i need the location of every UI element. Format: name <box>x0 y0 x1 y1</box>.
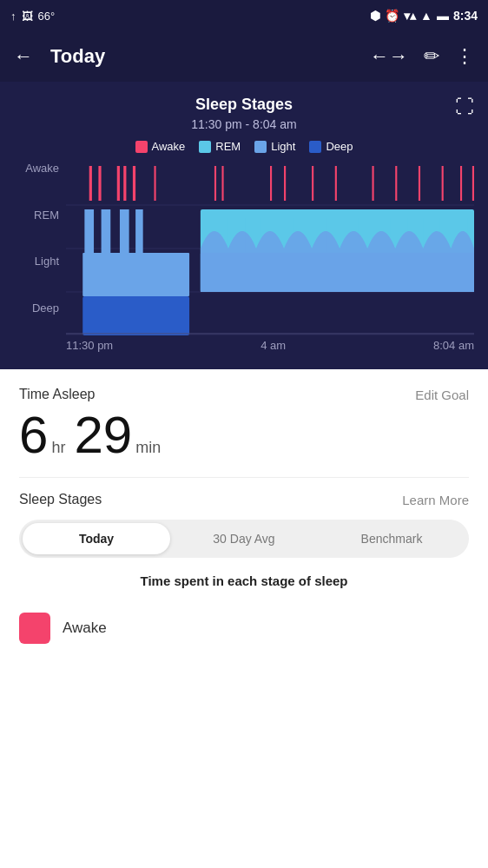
awake-label: Awake <box>152 140 186 153</box>
chart-title: Sleep Stages <box>14 96 474 114</box>
temperature-label: 66° <box>38 10 56 23</box>
svg-rect-7 <box>123 166 126 201</box>
sleep-stages-title: Sleep Stages <box>19 492 102 507</box>
time-spent-subtitle: Time spent in each stage of sleep <box>19 573 469 588</box>
deep-color-swatch <box>309 141 321 153</box>
status-bar: ↑ 🖼 66° ⬢ ⏰ ▾▴ ▲ ▬ 8:34 <box>0 0 488 31</box>
hours-value: 6 <box>19 409 48 461</box>
nav-icons: ←→ ✏ ⋮ <box>370 45 474 68</box>
chart-section: Sleep Stages 11:30 pm - 8:04 am ⛶ Awake … <box>0 82 488 369</box>
time-asleep-section: Time Asleep Edit Goal 6 hr 29 min <box>0 369 488 477</box>
chart-area: Awake REM Light Deep <box>14 162 474 335</box>
svg-rect-17 <box>395 166 397 201</box>
share-icon[interactable]: ←→ <box>370 45 408 68</box>
tab-30day[interactable]: 30 Day Avg <box>170 523 318 554</box>
fullscreen-button[interactable]: ⛶ <box>455 96 474 118</box>
clock-time: 8:34 <box>453 9 478 23</box>
light-label: Light <box>271 140 295 153</box>
arrow-up-icon: ↑ <box>10 10 16 23</box>
svg-rect-27 <box>135 209 143 253</box>
svg-rect-22 <box>82 296 189 335</box>
rem-label: REM <box>215 140 241 153</box>
top-nav: ← Today ←→ ✏ ⋮ <box>0 31 488 82</box>
x-label-start: 11:30 pm <box>66 339 113 352</box>
chart-x-axis: 11:30 pm 4 am 8:04 am <box>14 339 474 352</box>
svg-rect-23 <box>82 253 189 296</box>
svg-rect-4 <box>89 166 92 201</box>
learn-more-button[interactable]: Learn More <box>402 493 469 507</box>
y-label-rem: REM <box>14 209 59 222</box>
sleep-chart-svg <box>66 162 474 335</box>
wifi-icon: ▾▴ <box>404 9 416 23</box>
awake-stage-label: Awake <box>63 620 107 637</box>
edit-icon[interactable]: ✏ <box>424 45 439 68</box>
hours-unit: hr <box>51 439 65 457</box>
svg-rect-11 <box>221 166 223 201</box>
svg-rect-14 <box>312 166 313 201</box>
y-label-awake: Awake <box>14 162 59 175</box>
svg-rect-5 <box>98 166 101 201</box>
tabs-container: Today 30 Day Avg Benchmark <box>19 520 469 558</box>
battery-icon: ▬ <box>437 9 449 23</box>
time-display: 6 hr 29 min <box>19 409 469 461</box>
signal-icon: ▲ <box>420 9 432 23</box>
rem-color-swatch <box>199 141 211 153</box>
x-label-end: 8:04 am <box>433 339 474 352</box>
svg-rect-18 <box>419 166 420 201</box>
svg-rect-9 <box>133 166 135 201</box>
svg-rect-13 <box>284 166 286 201</box>
svg-rect-16 <box>373 166 374 201</box>
tab-benchmark[interactable]: Benchmark <box>318 523 465 554</box>
stage-row-awake: Awake <box>19 604 469 653</box>
svg-rect-15 <box>335 166 337 201</box>
awake-color-swatch <box>135 141 148 153</box>
svg-rect-10 <box>214 166 216 201</box>
svg-rect-8 <box>154 166 155 201</box>
svg-rect-20 <box>460 166 462 201</box>
status-left: ↑ 🖼 66° <box>10 10 55 23</box>
chart-y-axis: Awake REM Light Deep <box>14 162 66 335</box>
page-title: Today <box>50 45 359 68</box>
svg-rect-12 <box>270 166 272 201</box>
more-options-icon[interactable]: ⋮ <box>455 45 474 68</box>
svg-rect-19 <box>442 166 444 201</box>
legend-awake: Awake <box>135 140 186 153</box>
svg-rect-25 <box>102 209 111 253</box>
svg-rect-6 <box>117 166 120 201</box>
minutes-unit: min <box>135 439 161 457</box>
edit-goal-button[interactable]: Edit Goal <box>415 388 469 402</box>
back-button[interactable]: ← <box>14 45 33 68</box>
sleep-stages-section: Sleep Stages Learn More Today 30 Day Avg… <box>0 478 488 661</box>
legend-light: Light <box>254 140 295 153</box>
x-label-mid: 4 am <box>260 339 286 352</box>
time-asleep-label: Time Asleep <box>19 387 95 402</box>
minutes-value: 29 <box>74 409 132 461</box>
svg-rect-24 <box>84 209 94 253</box>
chart-canvas <box>66 162 474 335</box>
status-right: ⬢ ⏰ ▾▴ ▲ ▬ 8:34 <box>370 9 478 23</box>
legend-rem: REM <box>199 140 241 153</box>
bluetooth-icon: ⬢ <box>370 9 380 23</box>
legend-deep: Deep <box>309 140 353 153</box>
alarm-icon: ⏰ <box>385 9 399 23</box>
sleep-stages-header-row: Sleep Stages Learn More <box>19 492 469 507</box>
y-label-deep: Deep <box>14 301 59 315</box>
tab-today[interactable]: Today <box>23 523 170 554</box>
time-asleep-row: Time Asleep Edit Goal <box>19 387 469 402</box>
chart-time-range: 11:30 pm - 8:04 am <box>14 117 474 131</box>
image-icon: 🖼 <box>22 10 33 23</box>
light-color-swatch <box>254 141 267 153</box>
y-label-light: Light <box>14 255 59 268</box>
chart-legend: Awake REM Light Deep <box>14 140 474 153</box>
awake-stage-dot <box>19 613 50 644</box>
svg-rect-21 <box>472 166 474 201</box>
deep-label: Deep <box>326 140 353 153</box>
content-area: Time Asleep Edit Goal 6 hr 29 min Sleep … <box>0 369 488 661</box>
svg-rect-26 <box>120 209 129 253</box>
chart-header: Sleep Stages 11:30 pm - 8:04 am ⛶ <box>14 96 474 131</box>
